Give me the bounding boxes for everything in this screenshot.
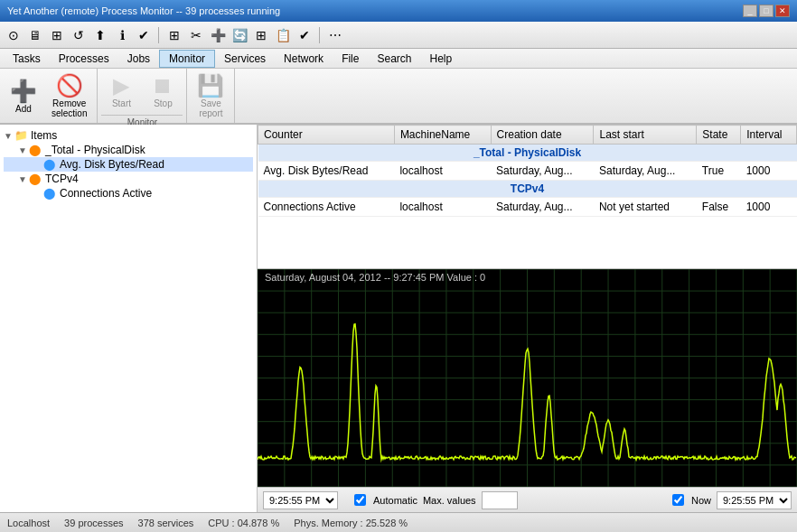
table-row[interactable]: Connections Active localhost Saturday, A… [258,198,797,217]
start-icon: ▶ [113,75,129,97]
tree-text-connections: Connections Active [60,187,152,200]
toolbar-icon-15[interactable]: ⋯ [325,25,345,45]
col-state[interactable]: State [697,126,741,145]
chart-timestamp: Saturday, August 04, 2012 -- 9:27:45 PM … [258,269,492,285]
remove-icon: 🚫 [56,75,83,97]
tree-text-physical-disk: _Total - PhysicalDisk [45,144,145,156]
toolbar-icon-2[interactable]: 🖥 [25,25,45,45]
chart-canvas [258,269,797,487]
max-values-input[interactable]: 200 [482,491,518,509]
menu-help[interactable]: Help [421,51,462,67]
big-toolbar: ➕ Add 🚫 Removeselection Monitor a proces… [0,69,797,125]
toolbar-icon-9[interactable]: ✂ [186,25,206,45]
title-bar: Yet Another (remote) Process Monitor -- … [0,0,797,22]
table-area[interactable]: Counter MachineName Creation date Last s… [258,125,797,269]
menu-file[interactable]: File [333,51,368,67]
toolbar-icon-12[interactable]: ⊞ [251,25,271,45]
tree-item-root[interactable]: ▼ 📁 Items [4,128,253,143]
start-time-select[interactable]: 9:25:55 PM [263,491,338,509]
now-checkbox[interactable] [672,494,684,506]
start-button[interactable]: ▶ Start [101,70,141,113]
cell-counter-2: Connections Active [258,198,395,217]
remove-selection-button[interactable]: 🚫 Removeselection [45,70,93,123]
save-report-button[interactable]: 💾 Savereport [191,70,230,123]
stop-label: Stop [154,98,173,108]
col-creation[interactable]: Creation date [491,126,594,145]
cell-creation-1: Saturday, Aug... [491,162,594,181]
col-counter[interactable]: Counter [258,126,395,145]
title-bar-text: Yet Another (remote) Process Monitor -- … [7,5,280,16]
tree-item-physical-disk[interactable]: ▼ ⬤ _Total - PhysicalDisk [4,143,253,157]
tree-icon-orange-2: ⬤ [29,173,43,185]
tree-text-root: Items [31,129,57,142]
minimize-button[interactable]: _ [743,5,757,17]
toolbar-icon-14[interactable]: ✔ [295,25,314,45]
cell-machine-2: localhost [394,198,491,217]
title-bar-controls: _ □ ✕ [743,5,790,17]
maximize-button[interactable]: □ [759,5,774,17]
menu-monitor[interactable]: Monitor [159,50,215,68]
toolbar-icon-6[interactable]: ℹ [112,25,132,45]
toolbar-icon-11[interactable]: 🔄 [230,25,249,45]
section-header-1: _Total - PhysicalDisk [258,145,797,162]
tree-expand-tcpv4[interactable]: ▼ [18,174,29,184]
tree-expand-physical-disk[interactable]: ▼ [18,145,29,155]
status-cpu: CPU : 04.878 % [208,518,279,528]
toolbar-icon-4[interactable]: ↺ [69,25,89,45]
remove-label: Removeselection [52,98,87,118]
add-icon: ➕ [10,80,37,102]
add-button[interactable]: ➕ Add [4,76,43,118]
menu-jobs[interactable]: Jobs [118,51,159,67]
toolbar-section-monitor-process: ➕ Add 🚫 Removeselection Monitor a proces… [0,69,98,123]
cell-counter-1: Avg. Disk Bytes/Read [258,162,395,181]
section-label-2: TCPv4 [258,181,797,198]
status-host: Localhost [7,518,50,528]
tree-icon-root: 📁 [14,129,29,142]
toolbar-icon-10[interactable]: ➕ [208,25,228,45]
tree-icon-orange-1: ⬤ [29,144,43,156]
tree-expand-root[interactable]: ▼ [4,131,14,141]
toolbar-icon-7[interactable]: ✔ [134,25,154,45]
cell-machine-1: localhost [394,162,491,181]
close-button[interactable]: ✕ [775,5,790,17]
cell-laststart-1: Saturday, Aug... [594,162,697,181]
tree-item-tcpv4[interactable]: ▼ ⬤ TCPv4 [4,172,253,186]
tree-icon-blue-1: ⬤ [43,158,58,171]
toolbar-icon-13[interactable]: 📋 [273,25,293,45]
stop-button[interactable]: ⏹ Stop [143,70,183,113]
cell-interval-1: 1000 [741,162,797,181]
save-label: Savereport [199,98,222,118]
table-row[interactable]: Avg. Disk Bytes/Read localhost Saturday,… [258,162,797,181]
toolbar-icon-1[interactable]: ⊙ [4,25,23,45]
cell-state-2: False [697,198,741,217]
menu-processes[interactable]: Processes [50,51,118,67]
start-label: Start [112,98,131,108]
menu-tasks[interactable]: Tasks [4,51,50,67]
end-time-select[interactable]: 9:25:55 PM [717,491,792,509]
toolbar-icon-8[interactable]: ⊞ [164,25,184,45]
add-label: Add [15,104,32,114]
section-header-2: TCPv4 [258,181,797,198]
toolbar-section-report: 💾 Savereport Report [187,69,235,123]
menu-services[interactable]: Services [215,51,275,67]
col-laststart[interactable]: Last start [594,126,697,145]
tree-body: ▼ 📁 Items ▼ ⬤ _Total - PhysicalDisk ⬤ Av… [0,125,257,512]
menu-search[interactable]: Search [368,51,420,67]
status-memory: Phys. Memory : 25.528 % [294,518,408,528]
col-machine[interactable]: MachineName [394,126,491,145]
toolbar-icon-3[interactable]: ⊞ [47,25,67,45]
tree-item-avg-disk[interactable]: ⬤ Avg. Disk Bytes/Read [4,157,253,172]
automatic-checkbox[interactable] [354,494,366,506]
save-icon: 💾 [197,75,224,97]
tree-icon-blue-2: ⬤ [43,187,58,200]
tree-item-connections-active[interactable]: ⬤ Connections Active [4,186,253,201]
data-table: Counter MachineName Creation date Last s… [258,125,797,217]
toolbar-icon-5[interactable]: ⬆ [90,25,110,45]
tree-text-tcpv4: TCPv4 [45,173,79,185]
cell-creation-2: Saturday, Aug... [491,198,594,217]
automatic-label: Automatic [373,495,417,506]
tree-panel: ▼ 📁 Items ▼ ⬤ _Total - PhysicalDisk ⬤ Av… [0,125,258,512]
col-interval[interactable]: Interval [741,126,797,145]
menu-network[interactable]: Network [275,51,333,67]
now-label: Now [691,495,711,506]
